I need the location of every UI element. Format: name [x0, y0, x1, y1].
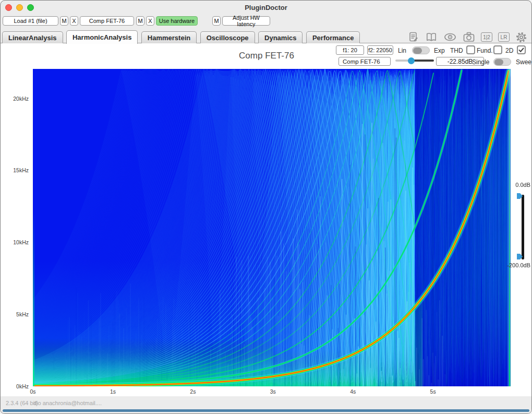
toolbar-icons: 1|2 LR	[408, 31, 527, 43]
plugin-name-button[interactable]: Comp FET-76	[80, 16, 134, 26]
db-range-track[interactable]	[522, 195, 524, 259]
y-tick-label: 15kHz	[8, 167, 29, 173]
db-range-bottom-label: -200.0dB	[502, 262, 530, 268]
lin-label: Lin	[398, 47, 406, 54]
x-tick-label: 4s	[343, 388, 364, 395]
mute-1-button[interactable]: M	[60, 16, 68, 26]
x-tick-label: 0s	[22, 388, 43, 395]
account-label: dio anachronia@hotmail....	[33, 400, 102, 406]
single-sweep-toggle-knob	[494, 59, 503, 66]
lin-exp-toggle-knob	[413, 48, 422, 54]
load-file-button[interactable]: Load #1 (file)	[3, 16, 58, 26]
left-right-toggle-icon[interactable]: LR	[498, 32, 510, 42]
y-tick-label: 5kHz	[8, 311, 29, 317]
eye-icon[interactable]	[443, 31, 457, 43]
manual-book-icon[interactable]	[425, 31, 438, 43]
fund-label: Fund.	[477, 47, 493, 54]
db-range-top-label: 0.0dB	[502, 182, 530, 188]
mute-2-button[interactable]: M	[136, 16, 144, 26]
lin-exp-toggle[interactable]	[412, 46, 430, 54]
settings-gear-icon[interactable]	[515, 31, 527, 43]
plugindoctor-window: PluginDoctor Load #1 (file) M X Comp FET…	[0, 0, 532, 414]
single-label: Single	[472, 58, 489, 66]
mute-3-button[interactable]: M	[212, 16, 221, 26]
plugin-combo[interactable]: Comp FET-76	[338, 57, 391, 66]
x-tick-label: 2s	[183, 388, 203, 395]
2d-label: 2D	[505, 47, 513, 54]
level-slider-knob[interactable]	[408, 57, 415, 64]
screenshot-camera-icon[interactable]	[463, 31, 475, 43]
sweep-label: Sweep	[516, 58, 532, 66]
notes-icon[interactable]	[408, 31, 419, 43]
f1-field[interactable]: f1: 20	[336, 45, 364, 55]
x-tick-label: 5s	[422, 388, 443, 395]
clear-2-button[interactable]: X	[146, 16, 154, 26]
single-sweep-toggle[interactable]	[493, 58, 511, 66]
clear-1-button[interactable]: X	[70, 16, 78, 26]
tab-oscilloscope[interactable]: Oscilloscope	[200, 31, 255, 44]
tab-harmonic-analysis[interactable]: HarmonicAnalysis	[66, 30, 138, 44]
x-tick-label: 1s	[102, 388, 123, 395]
tab-linear-analysis[interactable]: LinearAnalysis	[2, 31, 63, 44]
tab-dynamics[interactable]: Dynamics	[258, 31, 303, 44]
f2-field[interactable]: f2: 22050	[367, 45, 393, 55]
titlebar: PluginDoctor	[1, 1, 531, 15]
channel-1-2-toggle-icon[interactable]: 1|2	[481, 32, 492, 42]
window-title: PluginDoctor	[1, 4, 531, 11]
level-slider[interactable]	[395, 56, 434, 64]
use-hardware-button[interactable]: Use hardware	[156, 16, 198, 26]
exp-label: Exp	[434, 47, 445, 54]
toolbar: Load #1 (file) M X Comp FET-76 M X Use h…	[1, 16, 531, 27]
fund-checkbox[interactable]	[493, 45, 502, 54]
harmonic-analysis-panel: Comp FET-76 f1: 20 f2: 22050 Lin Exp THD…	[1, 43, 531, 397]
tab-hammerstein[interactable]: Hammerstein	[141, 31, 197, 44]
thd-label: THD	[450, 47, 463, 54]
y-tick-label: 20kHz	[8, 96, 29, 102]
status-bar: 2.3.4 (64 bit) dio anachronia@hotmail...…	[1, 396, 531, 413]
window-bottom-accent	[3, 409, 529, 412]
tabs: LinearAnalysis HarmonicAnalysis Hammerst…	[2, 29, 360, 44]
tab-bar: LinearAnalysis HarmonicAnalysis Hammerst…	[1, 29, 531, 43]
x-tick-label: 3s	[262, 388, 283, 395]
spectrogram-plot	[33, 69, 511, 386]
thd-checkbox[interactable]	[466, 45, 475, 54]
y-tick-label: 10kHz	[8, 239, 29, 245]
adjust-hw-latency-button[interactable]: Adjust HW latency	[222, 16, 270, 26]
2d-checkbox[interactable]	[517, 45, 526, 54]
tab-performance[interactable]: Performance	[306, 31, 360, 44]
